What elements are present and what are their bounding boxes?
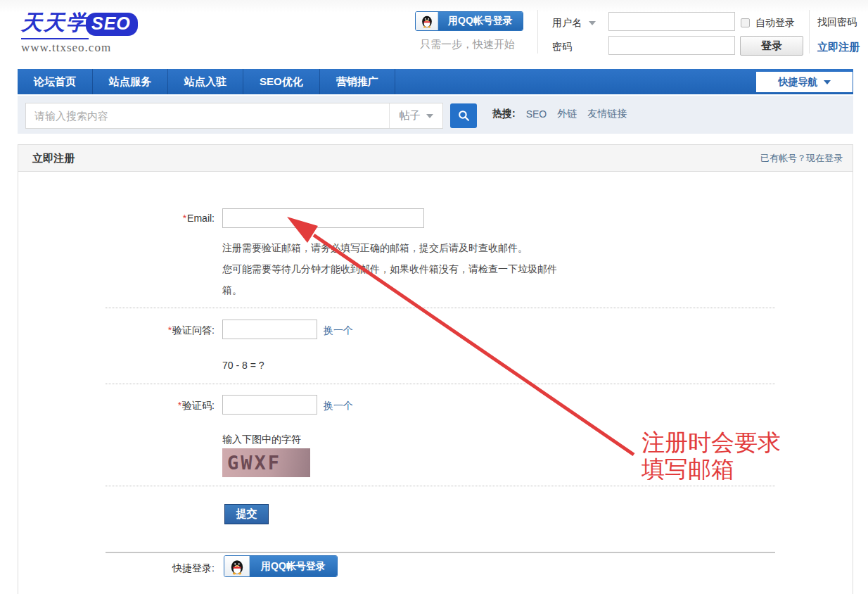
register-now-link[interactable]: 立即注册 [817,41,860,54]
have-account-login-link[interactable]: 已有帐号？现在登录 [760,145,843,172]
find-password-link[interactable]: 找回密码 [817,16,857,29]
hot-link-backlinks[interactable]: 外链 [557,108,577,120]
logo-text: 天天学 [21,8,89,39]
nav-item-forum-home[interactable]: 论坛首页 [18,69,93,94]
page-title: 立即注册 [32,145,75,172]
logo-seo-badge: SEO [86,13,138,36]
search-icon [457,109,471,122]
email-help-line: 您可能需要等待几分钟才能收到邮件，如果收件箱没有，请检查一下垃圾邮件 [222,263,557,276]
security-answer-input[interactable] [222,320,317,339]
qq-tagline: 只需一步，快速开始 [420,38,515,51]
hot-link-friend-links[interactable]: 友情链接 [587,108,627,120]
security-question-label: *验证问答: [106,324,215,337]
security-question-text: 70 - 8 = ? [222,360,264,371]
logo-url: www.ttxseo.com [21,41,138,55]
hot-link-seo[interactable]: SEO [526,108,547,120]
username-label[interactable]: 用户名 [552,17,596,30]
change-question-link[interactable]: 换一个 [324,324,353,337]
nav-item-site-services[interactable]: 站点服务 [93,69,168,94]
separator [106,486,775,486]
captcha-text: GWXF [222,452,281,474]
qq-login-label: 用QQ帐号登录 [250,556,337,576]
username-input[interactable] [608,12,735,31]
auto-login-checkbox[interactable] [741,18,750,27]
email-help-line: 箱。 [222,284,242,297]
quick-nav-button[interactable]: 快捷导航 [756,72,853,92]
search-strip: 帖子 热搜: SEO 外链 友情链接 [18,96,853,134]
site-header: 天天学 SEO www.ttxseo.com 用QQ帐号登录 只需一步，快速开始 [0,0,868,65]
register-panel: 立即注册 已有帐号？现在登录 [18,144,853,594]
hot-search: 热搜: SEO 外链 友情链接 [492,108,627,120]
header-divider [809,10,810,53]
qq-login-label: 用QQ帐号登录 [438,12,523,30]
separator [106,384,775,384]
qq-quick-login-button[interactable]: 用QQ帐号登录 [224,555,338,577]
qq-login-button[interactable]: 用QQ帐号登录 [415,11,523,31]
header-divider [537,10,538,53]
qq-penguin-icon [416,12,438,30]
separator [106,552,775,553]
submit-button[interactable]: 提交 [224,504,269,524]
search-button[interactable] [450,103,477,128]
main-nav: 论坛首页 站点服务 站点入驻 SEO优化 营销推广 [18,69,853,94]
password-label: 密码 [552,41,572,53]
nav-item-marketing[interactable]: 营销推广 [320,69,395,94]
email-label: *Email: [106,213,215,224]
search-input[interactable] [26,103,389,128]
search-scope-dropdown[interactable]: 帖子 [389,103,442,128]
captcha-image[interactable]: GWXF [222,448,310,477]
chevron-down-icon [824,80,831,84]
chevron-down-icon [426,114,433,118]
quick-login-label: 快捷登录: [106,562,215,575]
annotation-text: 注册时会要求 填写邮箱 [642,429,824,480]
site-logo[interactable]: 天天学 SEO www.ttxseo.com [21,8,138,55]
login-button[interactable]: 登录 [740,36,803,56]
qq-penguin-icon [224,556,250,576]
captcha-input[interactable] [222,395,317,415]
hot-search-label: 热搜: [492,108,516,120]
auto-login-label: 自动登录 [755,17,795,30]
nav-item-seo[interactable]: SEO优化 [243,69,320,94]
search-box: 帖子 [25,103,443,129]
password-input[interactable] [608,36,735,55]
chevron-down-icon [589,21,596,25]
email-help-line: 注册需要验证邮箱，请务必填写正确的邮箱，提交后请及时查收邮件。 [222,242,528,255]
email-input[interactable] [222,208,424,228]
captcha-label: *验证码: [106,400,215,412]
separator [106,308,775,308]
captcha-hint: 输入下图中的字符 [222,434,301,446]
panel-header: 立即注册 已有帐号？现在登录 [18,145,853,172]
change-captcha-link[interactable]: 换一个 [324,400,353,412]
page: 天天学 SEO www.ttxseo.com 用QQ帐号登录 只需一步，快速开始 [0,0,868,594]
nav-item-site-join[interactable]: 站点入驻 [168,69,243,94]
